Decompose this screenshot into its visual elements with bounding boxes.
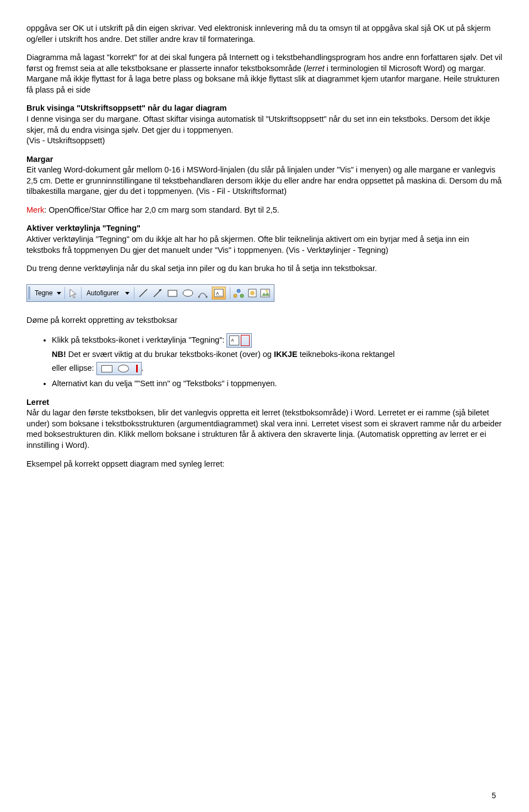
text-fragment: teikneboks-ikona rektangel — [298, 350, 395, 359]
paragraph-diagramma: Diagramma må lagast "korrekt" for at dei… — [26, 52, 503, 95]
heading-utskriftsoppsett: Bruk visinga "Utskriftsoppsett" når du l… — [26, 103, 503, 114]
section-utskriftsoppsett: Bruk visinga "Utskriftsoppsett" når du l… — [26, 103, 503, 146]
rectangle-ellipse-icon — [96, 362, 142, 375]
ikkje-label: IKKJE — [274, 350, 298, 359]
svg-point-9 — [183, 290, 193, 296]
heading-margar: Margar — [26, 154, 503, 165]
svg-point-23 — [266, 290, 268, 292]
svg-rect-2 — [64, 287, 65, 299]
text-fragment: Aktiver verktøylinja "Tegning" om du ikk… — [26, 235, 469, 255]
section-margar: Margar Eit vanleg Word-dokument går mell… — [26, 154, 503, 197]
svg-text:A: A — [216, 291, 219, 296]
bullet-list: Klikk på tekstboks-ikonet i verktøylinja… — [26, 333, 503, 389]
svg-text:Autofigurer: Autofigurer — [87, 289, 119, 297]
svg-point-10 — [198, 296, 200, 297]
svg-rect-8 — [168, 290, 177, 296]
svg-point-21 — [250, 291, 255, 295]
list-item: Klikk på tekstboks-ikonet i verktøylinja… — [52, 333, 503, 375]
svg-rect-3 — [81, 287, 82, 299]
heading-aktiver-tegning: Aktiver verktøylinja "Tegning" — [26, 223, 503, 234]
paragraph-eksempel: Eksempel på korrekt oppsett diagram med … — [26, 459, 503, 470]
heading-lerret: Lerret — [26, 397, 503, 408]
text-fragment: Det er svært viktig at du brukar tekstbo… — [66, 350, 274, 359]
text-fragment: Klikk på tekstboks-ikonet i verktøylinja… — [52, 335, 226, 344]
svg-point-19 — [240, 294, 244, 297]
text-fragment: eller ellipse: — [52, 364, 96, 372]
paragraph-treng-verktoylinje: Du treng denne verktøylinja når du skal … — [26, 263, 503, 274]
svg-point-11 — [206, 296, 208, 297]
svg-rect-0 — [27, 285, 274, 301]
section-aktiver-tegning: Aktiver verktøylinja "Tegning" Aktiver v… — [26, 223, 503, 256]
svg-point-18 — [234, 294, 237, 297]
paragraph-dome: Døme på korrekt oppretting av tekstboksa… — [26, 315, 503, 326]
text-fragment: . — [142, 364, 144, 372]
tegne-label: Tegne — [35, 289, 53, 297]
text-menu-path: (Vis - Utskriftsoppsett) — [26, 136, 105, 145]
text-fragment: Eit vanleg Word-dokument går mellom 0-16… — [26, 165, 501, 196]
italic-word-lerret: lerret — [306, 64, 325, 73]
svg-rect-1 — [28, 286, 30, 300]
text-fragment: : OpenOffice/Star Office har 2,0 cm marg… — [44, 205, 279, 214]
merk-label: Merk — [26, 205, 44, 214]
nb-label: NB! — [52, 350, 66, 359]
text-fragment: I denne visinga ser du margane. Oftast s… — [26, 115, 490, 134]
paragraph-merk: Merk: OpenOffice/Star Office har 2,0 cm … — [26, 205, 503, 216]
svg-rect-16 — [230, 287, 230, 299]
svg-point-17 — [237, 289, 240, 293]
list-item: Alternativt kan du velja ""Sett inn" og … — [52, 378, 503, 389]
section-lerret: Lerret Når du lagar den første tekstboks… — [26, 397, 503, 451]
text-fragment: Når du lagar den første tekstboksen, bli… — [26, 408, 501, 450]
textbox-icon — [226, 333, 252, 348]
paragraph-intro: oppgåva ser OK ut i utskrift på din eige… — [26, 23, 503, 45]
drawing-toolbar-screenshot: Tegne Autofigurer A — [26, 284, 274, 302]
svg-rect-5 — [134, 287, 134, 299]
